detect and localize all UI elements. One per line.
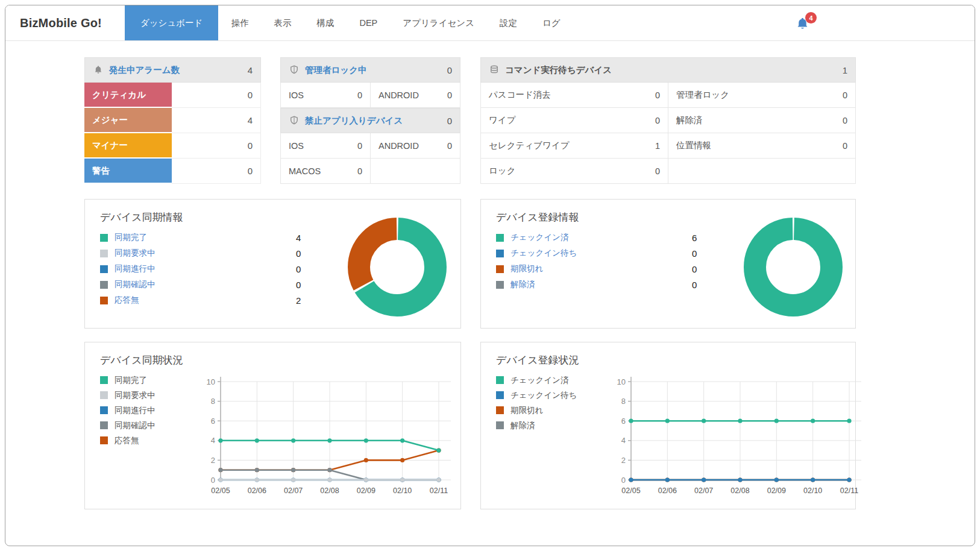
nav-tab-8[interactable]: ログ (530, 5, 573, 40)
data-point (738, 419, 742, 423)
security-cell (371, 159, 460, 184)
data-point (847, 477, 851, 482)
legend-label[interactable]: チェックイン済 (510, 232, 568, 243)
cell-value: 0 (655, 166, 660, 176)
legend-label[interactable]: 同期要求中 (115, 248, 155, 259)
legend-label: チェックイン待ち (510, 390, 577, 401)
alarm-count: 0 (172, 133, 261, 159)
svg-text:02/06: 02/06 (658, 486, 677, 495)
data-point (327, 477, 331, 482)
device-sync-info-panel: デバイス同期情報 同期完了4同期要求中0同期進行中0同期確認中0応答無2 (84, 199, 461, 329)
device-sync-status-title: デバイス同期状況 (100, 353, 183, 367)
nav-tab-3[interactable]: 表示 (261, 5, 304, 40)
nav-tab-5[interactable]: DEP (347, 5, 390, 40)
svg-text:10: 10 (207, 377, 215, 386)
data-point (255, 468, 259, 472)
legend-item: 同期要求中0 (100, 245, 341, 261)
data-point (364, 438, 368, 442)
nav-tab-6[interactable]: アプリライセンス (390, 5, 487, 40)
legend-label: 応答無 (115, 435, 139, 446)
app-brand: BizMobile Go! (5, 5, 125, 40)
legend-swatch (100, 406, 108, 414)
legend-swatch (496, 234, 504, 242)
nav-tab-1[interactable]: ダッシュボード (125, 5, 219, 40)
shield-icon (289, 115, 300, 126)
donut-chart (742, 216, 844, 318)
security-cell: MACOS0 (281, 159, 371, 184)
data-point (629, 419, 633, 423)
svg-text:02/05: 02/05 (211, 486, 230, 495)
alarm-severity-label: メジャー (84, 108, 172, 133)
legend-swatch (496, 391, 504, 399)
database-icon (489, 65, 500, 75)
pending-cell: 位置情報0 (668, 133, 856, 159)
security-section-title-link[interactable]: 管理者ロック中 (305, 65, 367, 76)
svg-text:4: 4 (621, 436, 626, 445)
data-point (218, 438, 222, 442)
notification-badge: 4 (805, 12, 817, 24)
legend-swatch (100, 234, 108, 242)
cell-label: 解除済 (676, 115, 703, 126)
data-point (811, 419, 815, 423)
legend-label[interactable]: 同期進行中 (115, 263, 155, 274)
nav-tab-4[interactable]: 構成 (304, 5, 347, 40)
legend-item: 応答無2 (100, 292, 341, 308)
data-point (400, 458, 404, 462)
nav-tab-2[interactable]: 操作 (218, 5, 261, 40)
legend-swatch (100, 391, 108, 399)
legend-label[interactable]: 応答無 (115, 295, 139, 306)
legend-swatch (496, 265, 504, 273)
data-point (774, 419, 779, 423)
svg-text:02/10: 02/10 (803, 486, 822, 495)
svg-text:8: 8 (211, 397, 215, 406)
security-cell: ANDROID0 (371, 133, 460, 159)
svg-text:02/09: 02/09 (767, 486, 786, 495)
nav-tab-label: ログ (542, 17, 561, 29)
legend-label: 同期確認中 (115, 420, 155, 431)
legend-label[interactable]: 同期完了 (115, 232, 147, 243)
security-section-total: 0 (447, 65, 452, 75)
device-sync-info-title: デバイス同期情報 (100, 210, 183, 224)
alarm-count: 4 (172, 108, 261, 133)
cell-label: IOS (289, 90, 304, 100)
cell-label: ANDROID (378, 141, 419, 151)
legend-label[interactable]: 同期確認中 (115, 279, 155, 290)
pending-row: パスコード消去0管理者ロック0 (480, 83, 856, 108)
pending-commands-header: コマンド実行待ちデバイス 1 (480, 57, 856, 83)
legend-swatch (496, 406, 504, 414)
chart-legend: 同期完了4同期要求中0同期進行中0同期確認中0応答無2 (100, 230, 341, 308)
legend-swatch (496, 281, 504, 289)
cell-label: MACOS (289, 166, 321, 176)
alarm-severity-label: 警告 (84, 159, 172, 184)
svg-text:02/08: 02/08 (730, 486, 749, 495)
alarm-severity-label: マイナー (84, 133, 172, 159)
alarm-row: マイナー0 (84, 133, 261, 159)
svg-text:0: 0 (621, 476, 626, 485)
legend-swatch (100, 265, 108, 273)
nav-tab-label: 操作 (231, 17, 248, 29)
alarm-row: 警告0 (84, 159, 261, 184)
alarm-count: 0 (172, 159, 261, 184)
legend-value: 0 (692, 248, 697, 259)
security-section-title-link[interactable]: 禁止アプリ入りデバイス (305, 115, 403, 127)
legend-value: 4 (296, 233, 301, 243)
nav-tab-7[interactable]: 設定 (487, 5, 530, 40)
legend-label[interactable]: チェックイン待ち (510, 248, 577, 259)
cell-label: 位置情報 (676, 140, 711, 151)
data-point (255, 438, 259, 442)
svg-text:0: 0 (211, 476, 215, 485)
notifications-button[interactable]: 4 (795, 16, 817, 36)
legend-swatch (100, 421, 108, 429)
security-row: MACOS0 (280, 159, 460, 184)
legend-label[interactable]: 期限切れ (510, 263, 543, 274)
legend-label: 期限切れ (510, 405, 543, 416)
legend-value: 0 (692, 280, 697, 290)
legend-label[interactable]: 解除済 (510, 279, 535, 290)
alarm-row: クリティカル0 (84, 83, 261, 108)
data-point (218, 477, 222, 482)
alarms-title-link[interactable]: 発生中アラーム数 (109, 65, 180, 76)
device-registration-info-title: デバイス登録情報 (496, 210, 579, 224)
line-chart: 024681002/0502/0602/0702/0802/0902/1002/… (193, 371, 465, 499)
pending-cell: ワイプ0 (481, 108, 668, 133)
legend-value: 0 (692, 264, 697, 274)
